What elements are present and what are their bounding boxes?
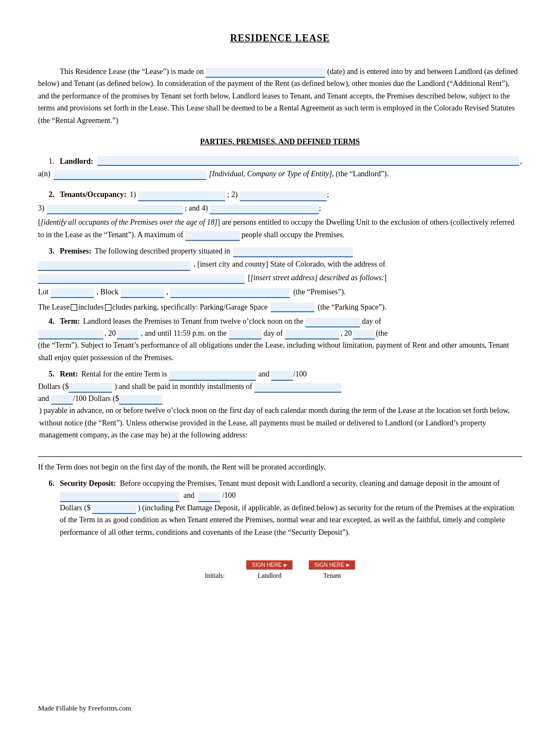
term-text1: Landlord leases the Premises to Tenant f… [83, 316, 303, 328]
premises-row2: , [insert city and county] State of Colo… [38, 258, 522, 270]
premises-suffix: (the “Premises”). [293, 286, 345, 298]
max-people-field[interactable] [185, 231, 240, 241]
tenants-2-semi: ; [327, 189, 329, 201]
security-100: /100 [222, 491, 236, 499]
term-year1-field[interactable] [117, 330, 139, 339]
tenants-people-text: people shall occupy the Premises. [241, 231, 344, 239]
premises-city-field[interactable] [233, 248, 353, 257]
parking-space-field[interactable] [271, 302, 314, 312]
term-year2-field[interactable] [353, 330, 375, 339]
security-dollars-field[interactable] [92, 504, 136, 514]
landlord-name-field[interactable] [97, 156, 519, 166]
tenants-1-label: 1) [129, 189, 136, 201]
landlord-row: 1. Landlord: , [38, 156, 522, 166]
rent-dollars-field[interactable] [69, 383, 112, 393]
document-title: RESIDENCE LEASE [38, 33, 522, 44]
landlord-initials-col: SIGN HERE Landlord [246, 560, 293, 580]
rent-address-line[interactable] [38, 446, 522, 457]
rent-100-1: /100 [293, 368, 307, 380]
cludes-text: in [78, 300, 84, 314]
date-field[interactable] [206, 68, 325, 78]
term-day1-label: day of [362, 316, 381, 328]
rent-row1: 5. Rent: Rental for the entire Term is a… [38, 368, 522, 380]
rent-row2: Dollars ($ ) and shall be paid in monthl… [38, 381, 522, 393]
lease-includes-text: The Lease [38, 300, 70, 314]
tenant4-field[interactable] [210, 205, 319, 214]
term-row3: (the “Term”). Subject to Tenant’s perfor… [38, 339, 522, 364]
security-and: and [184, 491, 195, 499]
landlord-initials-button[interactable]: SIGN HERE [246, 560, 293, 570]
tenants-row: 2. Tenants/Occupancy: 1) ; 2) ; [38, 189, 522, 201]
rent-row3: and /100 Dollars ($ ) payable in advance… [38, 393, 522, 442]
term-row1: 4. Term: Landlord leases the Premises to… [38, 316, 522, 328]
rent-and2: and [38, 393, 49, 405]
premises-text3: [[insert street address] described as fo… [248, 272, 387, 284]
rent-amount-field[interactable] [169, 371, 256, 381]
tenants-identify-text: [identify all occupants of the Premises … [41, 218, 217, 226]
security-amount-field[interactable] [60, 492, 179, 502]
landlord-col-label: Landlord [258, 572, 282, 580]
premises-address-field[interactable] [38, 274, 245, 284]
term-section: 4. Term: Landlord leases the Premises to… [38, 316, 522, 364]
premises-row3: [[insert street address] described as fo… [38, 272, 522, 284]
tenant-initials-button[interactable]: SIGN HERE [309, 560, 355, 570]
security-text1: Before occupying the Premises, Tenant mu… [120, 479, 500, 487]
lot-field[interactable] [51, 288, 94, 298]
security-dollars-prefix: Dollars ($ [60, 504, 90, 512]
rent-cents1-field[interactable] [271, 371, 293, 381]
tenant2-field[interactable] [240, 191, 327, 201]
rent-text1: Rental for the entire Term is [81, 368, 167, 380]
premises-text2: , [insert city and county] State of Colo… [194, 258, 385, 270]
security-section: 6. Security Deposit: Before occupying th… [38, 478, 522, 539]
item6-number: 6. [38, 478, 54, 490]
section-heading-parties: PARTIES, PREMISES, AND DEFINED TERMS [38, 138, 522, 146]
premises-section: 3. Premises: The following described pro… [38, 245, 522, 314]
term-label: Term: [60, 316, 80, 328]
cludes2-text: cludes parking, specifically: Parking/Ga… [113, 300, 268, 314]
block-field[interactable] [121, 288, 164, 298]
tenant1-field[interactable] [138, 191, 225, 201]
rent-and: and [258, 368, 269, 380]
rent-payable-text: ) payable in advance, on or before twelv… [39, 405, 522, 441]
item2-number: 2. [38, 189, 54, 201]
item4-number: 4. [38, 316, 54, 328]
tenants-2-label: ; 2) [227, 189, 238, 201]
an-row: a(n) [Individual, Company or Type of Ent… [38, 168, 522, 180]
term-day2-field[interactable] [229, 330, 262, 339]
term-the: (the [376, 328, 388, 339]
parking-suffix: (the “Parking Space”). [318, 300, 386, 314]
tenant-initials-col: SIGN HERE Tenant [309, 560, 355, 580]
item1-number: 1. [38, 157, 54, 166]
tenants-and4-label: ; and 4) [185, 202, 208, 214]
rent-monthly-dollars-field[interactable] [119, 395, 163, 405]
tenants-row2: 3) ; and 4) ; [38, 202, 522, 214]
premises-county-field[interactable] [38, 261, 190, 271]
premises-label: Premises: [60, 245, 91, 257]
entity-type-field[interactable] [54, 170, 206, 180]
rent-monthly-field[interactable] [254, 383, 341, 393]
premises-insert-text: [insert street address] described as fol… [251, 274, 384, 282]
term-text3: (the “Term”). Subject to Tenant’s perfor… [38, 341, 509, 361]
landlord-comma: , [520, 157, 522, 166]
tenants-semi2: ; [319, 202, 321, 214]
security-row1: 6. Security Deposit: Before occupying th… [38, 478, 522, 539]
excludes-checkbox[interactable] [105, 304, 111, 311]
includes-checkbox[interactable] [71, 304, 77, 311]
item3-number: 3. [38, 245, 54, 257]
security-cents-field[interactable] [198, 492, 220, 502]
term-month2-field[interactable] [285, 330, 339, 339]
term-year2-label: , 20 [340, 328, 352, 339]
footer-initials-area: Initials: SIGN HERE Landlord SIGN HERE T… [38, 560, 522, 580]
comma-sep: , [166, 286, 169, 298]
tenant-col-label: Tenant [323, 572, 341, 580]
premises-detail-field[interactable] [170, 288, 290, 298]
term-month1-field[interactable] [38, 330, 103, 339]
term-day2-label: day of [264, 328, 283, 339]
block-label: , Block [96, 286, 118, 298]
tenant3-field[interactable] [47, 205, 183, 214]
rent-label: Rent: [60, 368, 78, 380]
parking-row: The Lease includes cludes parking, speci… [38, 300, 522, 314]
rent-cents2-field[interactable] [51, 395, 73, 405]
term-day1-field[interactable] [306, 318, 360, 328]
rent-dollars-prefix: Dollars ($ [38, 381, 69, 393]
